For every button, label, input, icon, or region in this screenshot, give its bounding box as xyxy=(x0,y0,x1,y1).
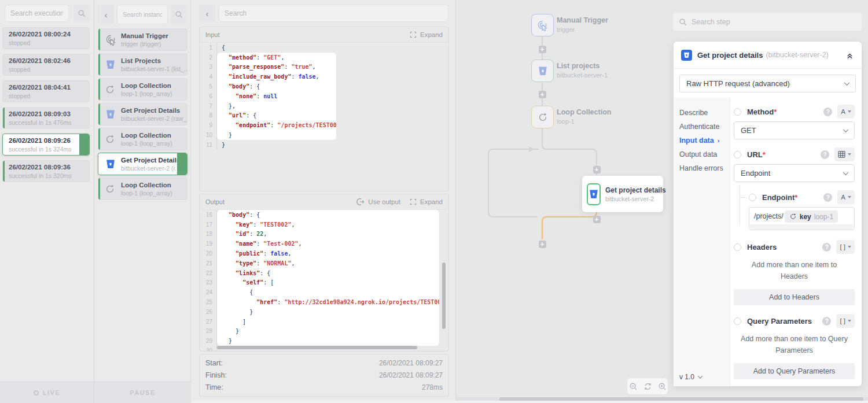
code-line: 21 "type": "NORMAL", xyxy=(200,258,448,268)
use-output-button[interactable]: Use output xyxy=(356,198,400,206)
url-value-select[interactable]: Endpoint xyxy=(734,164,855,182)
url-type-select[interactable] xyxy=(834,147,855,161)
step-title: Manual Trigger xyxy=(121,32,168,39)
step-item[interactable]: Get Project Details bitbucket-server-2 (… xyxy=(98,103,187,125)
search-icon[interactable] xyxy=(73,5,90,22)
code-line: 2 "method": "GET", xyxy=(200,53,448,62)
live-button[interactable]: LIVE xyxy=(0,382,94,403)
execution-item[interactable]: 26/02/2021 08:04:41 stopped xyxy=(2,80,90,102)
add-step-button[interactable]: + xyxy=(593,166,601,173)
loop-icon xyxy=(105,134,116,145)
subnav-item-input-data[interactable]: Input data› xyxy=(674,134,730,147)
node-manual-trigger[interactable] xyxy=(531,14,554,36)
headers-type-select[interactable]: [ ] xyxy=(836,240,855,254)
expand-input-button[interactable]: Expand xyxy=(410,31,443,38)
zoom-out-icon[interactable] xyxy=(629,382,638,391)
execution-timestamp: 26/02/2021 08:09:26 xyxy=(9,137,84,144)
endpoint-connect-radio[interactable] xyxy=(749,194,756,201)
loop-icon xyxy=(105,184,116,194)
search-instance-input[interactable] xyxy=(117,5,168,24)
step-item[interactable]: Manual Trigger trigger (trigger) xyxy=(98,28,187,51)
executions-panel: 26/02/2021 08:00:24 stopped26/02/2021 08… xyxy=(0,0,94,403)
search-executions-input[interactable] xyxy=(5,5,69,22)
execution-item[interactable]: 26/02/2021 08:09:36 successful in 1s 320… xyxy=(2,160,90,182)
line-number: 21 xyxy=(200,258,217,268)
node-label: List projects bitbucket-server-1 xyxy=(557,62,608,79)
add-step-button[interactable]: + xyxy=(593,216,601,223)
executions-list: 26/02/2021 08:00:24 stopped26/02/2021 08… xyxy=(0,22,94,182)
line-number: 10 xyxy=(200,130,217,140)
subnav-item-describe[interactable]: Describe xyxy=(674,106,730,120)
endpoint-type-select[interactable]: A xyxy=(837,190,855,204)
pause-button[interactable]: PAUSE xyxy=(94,382,191,403)
headers-helper-text: Add more than one item to Headers xyxy=(738,259,850,282)
expand-output-button[interactable]: Expand xyxy=(410,198,443,206)
url-connect-radio[interactable] xyxy=(734,151,741,158)
node-list-projects[interactable] xyxy=(531,60,554,82)
loop-token-pill[interactable]: key loop-1 xyxy=(785,210,838,223)
search-step-bar[interactable]: Search step xyxy=(673,13,862,31)
method-label: Method* xyxy=(747,108,777,116)
subnav-item-output-data[interactable]: Output data xyxy=(674,147,730,161)
execution-item[interactable]: 26/02/2021 08:00:24 stopped xyxy=(2,27,90,49)
code-line: 27 ] xyxy=(200,317,448,327)
endpoint-input[interactable]: /projects/ key loop-1 xyxy=(749,207,855,230)
output-title: Output xyxy=(205,198,225,205)
finish-value: 26/02/2021 08:09:27 xyxy=(379,371,443,379)
help-icon[interactable]: ? xyxy=(822,317,831,326)
version-select[interactable]: v 1.0 xyxy=(679,373,702,381)
step-item[interactable]: List Projects bitbucket-server-1 (list_.… xyxy=(98,53,187,76)
node-get-project-details[interactable]: Get project details bitbucket-server-2 xyxy=(582,176,663,212)
code-line: 22 "links": { xyxy=(200,268,448,278)
chevron-down-icon xyxy=(843,169,849,175)
step-item[interactable]: Loop Collection loop-1 (loop_array) xyxy=(98,178,187,200)
add-to-headers-button[interactable]: Add to Headers xyxy=(734,289,855,305)
step-item[interactable]: Get Project Details bitbucket-server-2 (… xyxy=(98,153,187,175)
headers-connect-radio[interactable] xyxy=(734,243,741,251)
chevron-down-icon xyxy=(844,80,850,86)
help-icon[interactable]: ? xyxy=(822,243,831,252)
selected-indicator xyxy=(177,153,187,175)
search-io-input[interactable] xyxy=(219,5,448,22)
query-params-type-select[interactable]: [ ] xyxy=(836,314,855,328)
step-item[interactable]: Loop Collection loop-1 (loop_array) xyxy=(98,128,187,150)
add-to-query-params-button[interactable]: Add to Query Parameters xyxy=(734,363,855,379)
method-connect-radio[interactable] xyxy=(734,108,741,116)
step-subtitle: loop-1 (loop_array) xyxy=(121,190,172,197)
back-chevron-icon[interactable]: ‹ xyxy=(199,5,215,22)
step-title: Loop Collection xyxy=(121,182,172,188)
execution-item[interactable]: 26/02/2021 08:09:26 successful in 1s 324… xyxy=(2,134,90,156)
reset-zoom-icon[interactable] xyxy=(643,382,652,391)
execution-status: successful in 1s 324ms xyxy=(9,146,84,153)
line-number: 8 xyxy=(200,111,217,121)
zoom-in-icon[interactable] xyxy=(658,382,667,391)
add-step-button[interactable]: + xyxy=(539,46,546,53)
add-step-button[interactable]: + xyxy=(539,91,546,98)
back-chevron-icon[interactable]: ‹ xyxy=(98,5,114,24)
line-number: 6 xyxy=(200,91,217,101)
execution-timestamp: 26/02/2021 08:00:24 xyxy=(9,31,84,38)
method-value-select[interactable]: GET xyxy=(734,121,855,139)
expand-icon xyxy=(410,31,417,38)
step-item[interactable]: Loop Collection loop-1 (loop_array) xyxy=(98,78,187,101)
help-icon[interactable]: ? xyxy=(821,150,829,159)
execution-status: stopped xyxy=(9,39,84,46)
help-icon[interactable]: ? xyxy=(823,193,832,202)
bitbucket-icon xyxy=(105,158,116,170)
collapse-panel-icon[interactable] xyxy=(845,51,854,60)
operation-select[interactable]: Raw HTTP request (advanced) xyxy=(679,75,856,93)
subnav-item-handle-errors[interactable]: Handle errors xyxy=(674,161,730,175)
execution-item[interactable]: 26/02/2021 08:02:46 stopped xyxy=(2,54,90,76)
query-params-connect-radio[interactable] xyxy=(734,317,741,325)
query-params-label: Query Parameters xyxy=(747,317,812,326)
search-icon[interactable] xyxy=(171,5,187,24)
help-icon[interactable]: ? xyxy=(823,108,832,116)
horizontal-scrollbar[interactable] xyxy=(217,346,417,349)
execution-item[interactable]: 26/02/2021 08:09:03 successful in 1s 476… xyxy=(2,107,90,129)
node-loop-collection[interactable] xyxy=(531,106,554,128)
add-step-button[interactable]: + xyxy=(539,241,546,248)
subnav-item-authenticate[interactable]: Authenticate xyxy=(674,120,730,134)
vertical-scrollbar[interactable] xyxy=(442,262,446,329)
output-panel: Output Use output Expand 16 "body": {17 … xyxy=(199,194,449,352)
method-type-select[interactable]: A xyxy=(837,105,855,119)
